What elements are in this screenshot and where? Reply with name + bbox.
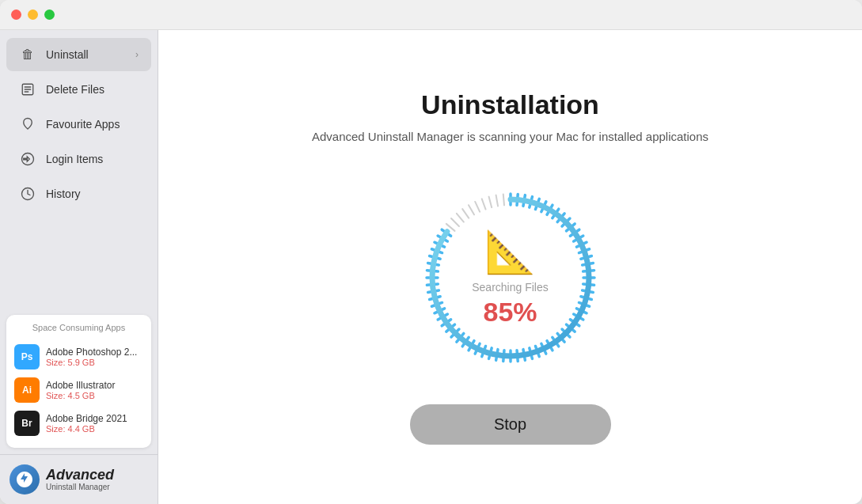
svg-line-72 bbox=[462, 209, 469, 218]
content-title: Uninstallation bbox=[421, 89, 599, 120]
history-icon bbox=[19, 185, 36, 203]
space-app-illustrator: Ai Adobe Illustrator Size: 4.5 GB bbox=[14, 373, 143, 407]
brand-sub: Uninstall Manager bbox=[46, 483, 114, 491]
uninstall-icon: 🗑 bbox=[19, 46, 36, 63]
sidebar-item-login-items-label: Login Items bbox=[46, 153, 139, 165]
sidebar: 🗑 Uninstall › Delete Files bbox=[0, 30, 158, 504]
bridge-info: Adobe Bridge 2021 Size: 4.4 GB bbox=[46, 413, 127, 434]
stop-button[interactable]: Stop bbox=[410, 404, 611, 445]
illustrator-size: Size: 4.5 GB bbox=[46, 391, 115, 400]
progress-percent: 85% bbox=[483, 297, 537, 328]
content-subtitle: Advanced Uninstall Manager is scanning y… bbox=[312, 130, 708, 143]
favourite-apps-icon bbox=[19, 116, 36, 133]
app-window: 🗑 Uninstall › Delete Files bbox=[0, 0, 862, 504]
minimize-button[interactable] bbox=[28, 9, 38, 20]
sidebar-item-delete-files-label: Delete Files bbox=[46, 83, 139, 96]
progress-center: 📐 Searching Files 85% bbox=[472, 228, 549, 328]
brand-icon bbox=[9, 464, 40, 495]
maximize-button[interactable] bbox=[44, 9, 55, 20]
sidebar-item-favourite-apps[interactable]: Favourite Apps bbox=[6, 108, 151, 141]
bridge-size: Size: 4.4 GB bbox=[46, 424, 127, 434]
content-area: Uninstallation Advanced Uninstall Manage… bbox=[158, 30, 862, 504]
delete-files-icon bbox=[19, 81, 36, 98]
close-button[interactable] bbox=[11, 9, 21, 20]
sidebar-item-history-label: History bbox=[46, 188, 139, 200]
space-consuming-apps-panel: Space Consuming Apps Ps Adobe Photoshop … bbox=[6, 315, 151, 448]
space-apps-title: Space Consuming Apps bbox=[14, 323, 143, 332]
photoshop-icon: Ps bbox=[14, 344, 40, 369]
brand-name: Advanced bbox=[46, 468, 114, 483]
svg-line-70 bbox=[451, 218, 459, 226]
bridge-name: Adobe Bridge 2021 bbox=[46, 413, 127, 424]
bridge-icon: Br bbox=[14, 411, 40, 436]
svg-line-77 bbox=[496, 195, 497, 207]
progress-ring-container: 📐 Searching Files 85% bbox=[408, 175, 613, 381]
svg-line-71 bbox=[456, 214, 463, 222]
branding: Advanced Uninstall Manager bbox=[0, 454, 158, 504]
svg-line-73 bbox=[469, 205, 474, 214]
photoshop-size: Size: 5.9 GB bbox=[46, 358, 137, 367]
svg-line-75 bbox=[481, 199, 485, 209]
space-app-photoshop: Ps Adobe Photoshop 2... Size: 5.9 GB bbox=[14, 340, 143, 373]
titlebar bbox=[0, 0, 862, 30]
chevron-right-icon: › bbox=[135, 49, 139, 60]
progress-label: Searching Files bbox=[472, 281, 549, 294]
illustrator-name: Adobe Illustrator bbox=[46, 380, 115, 391]
sidebar-item-delete-files[interactable]: Delete Files bbox=[6, 73, 151, 106]
sidebar-nav: 🗑 Uninstall › Delete Files bbox=[0, 30, 158, 309]
illustrator-info: Adobe Illustrator Size: 4.5 GB bbox=[46, 380, 115, 400]
scanning-app-icon: 📐 bbox=[484, 228, 536, 276]
sidebar-item-uninstall-label: Uninstall bbox=[46, 48, 126, 61]
svg-line-74 bbox=[475, 202, 480, 212]
sidebar-item-login-items[interactable]: Login Items bbox=[6, 142, 151, 176]
photoshop-info: Adobe Photoshop 2... Size: 5.9 GB bbox=[46, 347, 137, 367]
space-app-bridge: Br Adobe Bridge 2021 Size: 4.4 GB bbox=[14, 407, 143, 440]
svg-line-76 bbox=[488, 197, 492, 208]
svg-line-78 bbox=[503, 194, 503, 205]
main-layout: 🗑 Uninstall › Delete Files bbox=[0, 30, 862, 504]
login-items-icon bbox=[19, 150, 36, 168]
photoshop-name: Adobe Photoshop 2... bbox=[46, 347, 137, 358]
traffic-lights bbox=[11, 9, 55, 20]
sidebar-item-history[interactable]: History bbox=[6, 177, 151, 210]
brand-text: Advanced Uninstall Manager bbox=[46, 468, 114, 492]
sidebar-item-favourite-apps-label: Favourite Apps bbox=[46, 118, 139, 131]
illustrator-icon: Ai bbox=[14, 377, 40, 403]
sidebar-item-uninstall[interactable]: 🗑 Uninstall › bbox=[6, 38, 151, 71]
